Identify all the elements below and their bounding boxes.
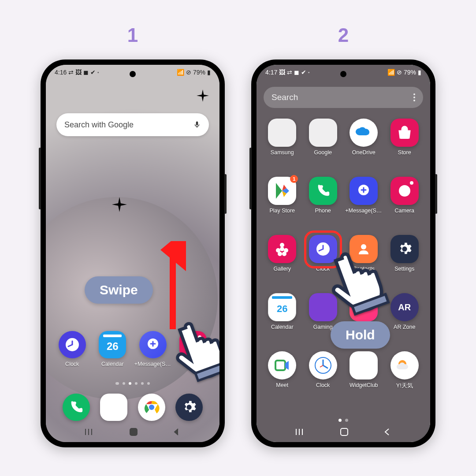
svg-point-12 (278, 252, 282, 256)
app-weather[interactable]: Y!天気 (384, 351, 425, 405)
home-screen[interactable]: 4:16 ⇄ 🖼 ◼ ✔• 📶 ⊘ 79% ▮ Search with Goog… (46, 65, 219, 442)
app-google-clock[interactable]: Clock (303, 351, 344, 405)
sparkle-icon (197, 89, 209, 102)
app-store[interactable]: Store (384, 119, 425, 172)
hand-pointer-icon (318, 237, 402, 322)
svg-point-6 (149, 405, 154, 410)
step-2: 2 4:17 🖼 ⇄ ◼ ✔• 📶 ⊘ 79% ▮ Search (251, 24, 435, 447)
svg-rect-22 (341, 428, 348, 435)
navigation-bar (257, 424, 430, 439)
recents-button[interactable] (295, 428, 306, 436)
app-phone[interactable]: Phone (303, 177, 344, 231)
home-button[interactable] (129, 427, 138, 437)
volume-button[interactable] (249, 148, 252, 209)
app-widgetclub[interactable]: 15 (100, 394, 127, 421)
more-options-icon[interactable] (413, 93, 415, 101)
status-time: 4:16 (55, 69, 67, 76)
navigation-bar (46, 424, 219, 439)
app-gallery[interactable]: Gallery (262, 235, 303, 289)
app-calendar[interactable]: 26 Calendar (262, 293, 303, 347)
svg-point-9 (280, 243, 284, 247)
step-number: 1 (127, 24, 138, 46)
front-camera (130, 71, 136, 77)
app-play-store[interactable]: 1 Play Store (262, 177, 303, 231)
folder-google[interactable]: Google (303, 119, 344, 172)
swipe-label: Swipe (85, 276, 153, 304)
back-button[interactable] (383, 428, 391, 436)
mic-icon[interactable] (193, 120, 201, 130)
page-indicator (257, 419, 430, 422)
app-settings[interactable] (175, 394, 203, 421)
phone-frame: 4:16 ⇄ 🖼 ◼ ✔• 📶 ⊘ 79% ▮ Search with Goog… (41, 60, 225, 447)
svg-rect-7 (130, 428, 137, 435)
app-widgetclub[interactable]: 15 WidgetClub (343, 351, 384, 405)
front-camera (340, 71, 346, 77)
drawer-search-bar[interactable]: Search (264, 87, 423, 108)
sparkle-icon (112, 197, 127, 212)
volume-button[interactable] (39, 148, 41, 209)
power-button[interactable] (224, 174, 227, 214)
hold-label: Hold (331, 321, 390, 349)
recents-button[interactable] (85, 428, 95, 436)
search-placeholder: Search (271, 93, 298, 102)
app-onedrive[interactable]: OneDrive (343, 119, 384, 172)
home-button[interactable] (339, 427, 349, 437)
app-chrome[interactable] (138, 394, 165, 421)
app-calendar[interactable]: 26 Calendar (94, 331, 130, 367)
hand-pointer-icon (163, 307, 219, 388)
status-battery: 79% (193, 69, 205, 76)
status-time: 4:17 (265, 69, 277, 76)
google-search-bar[interactable]: Search with Google (56, 113, 209, 136)
back-button[interactable] (172, 428, 181, 436)
dock: 15 (46, 394, 219, 421)
app-message[interactable]: +Message(SM... (343, 177, 384, 231)
app-drawer-screen[interactable]: 4:17 🖼 ⇄ ◼ ✔• 📶 ⊘ 79% ▮ Search Samsung (257, 65, 430, 442)
app-camera[interactable]: Camera (384, 177, 425, 231)
step-number: 2 (338, 24, 349, 46)
svg-point-14 (280, 247, 284, 251)
app-phone[interactable] (63, 394, 90, 421)
svg-point-13 (282, 252, 286, 256)
phone-frame: 4:17 🖼 ⇄ ◼ ✔• 📶 ⊘ 79% ▮ Search Samsung (251, 60, 435, 447)
folder-samsung[interactable]: Samsung (262, 119, 303, 172)
app-clock[interactable]: Clock (54, 331, 90, 367)
step-1: 1 4:16 ⇄ 🖼 ◼ ✔• 📶 ⊘ 79% ▮ (41, 24, 225, 447)
app-meet[interactable]: Meet (262, 351, 303, 405)
search-placeholder: Search with Google (64, 120, 134, 130)
power-button[interactable] (435, 174, 437, 214)
notification-badge: 1 (290, 175, 298, 183)
status-battery: 79% (404, 69, 416, 76)
